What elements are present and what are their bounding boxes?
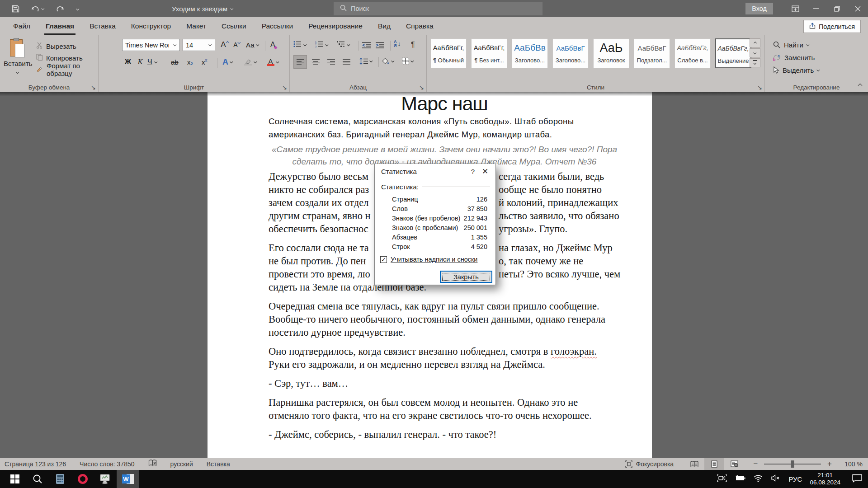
clear-formatting-button[interactable]: А ◆ bbox=[270, 39, 277, 51]
language-indicator[interactable]: русский bbox=[170, 460, 193, 468]
subscript-button[interactable]: x2 bbox=[187, 56, 193, 68]
find-button[interactable]: Найти bbox=[773, 39, 809, 50]
style-card-5[interactable]: АаБбВвГПодзагол... bbox=[634, 38, 670, 68]
system-monitor-app-button[interactable] bbox=[94, 470, 117, 488]
highlight-color-button[interactable] bbox=[244, 56, 257, 68]
tab-вид[interactable]: Вид bbox=[370, 17, 398, 35]
ribbon-display-options-button[interactable] bbox=[785, 0, 806, 17]
wifi-icon[interactable] bbox=[753, 474, 763, 484]
tab-конструктор[interactable]: Конструктор bbox=[123, 17, 179, 35]
tab-рецензирование[interactable]: Рецензирование bbox=[301, 17, 370, 35]
paragraph-dialog-launcher-icon[interactable]: ↘ bbox=[419, 84, 424, 90]
style-card-1[interactable]: АаБбВвГг,¶ Без инт... bbox=[471, 38, 507, 68]
bold-button[interactable]: Ж bbox=[123, 56, 133, 68]
shrink-font-button[interactable]: А bbox=[231, 39, 242, 51]
zoom-out-button[interactable]: − bbox=[751, 460, 760, 469]
select-button[interactable]: Выделить bbox=[773, 65, 820, 75]
meet-now-icon[interactable] bbox=[717, 474, 727, 484]
align-left-button[interactable] bbox=[293, 55, 307, 69]
style-card-7[interactable]: АаБбВвГг,Выделение bbox=[715, 38, 751, 68]
align-right-button[interactable] bbox=[324, 55, 338, 69]
share-button[interactable]: Поделиться bbox=[803, 20, 861, 33]
font-name-combobox[interactable]: Times New Rom bbox=[122, 39, 180, 51]
style-card-6[interactable]: АаБбВвГг,Слабое в... bbox=[675, 38, 711, 68]
multilevel-list-button[interactable] bbox=[337, 39, 350, 51]
borders-button[interactable] bbox=[402, 55, 414, 67]
font-dialog-launcher-icon[interactable]: ↘ bbox=[282, 84, 287, 90]
decrease-indent-button[interactable] bbox=[362, 39, 371, 51]
underline-button[interactable]: Ч bbox=[147, 56, 157, 68]
styles-dialog-launcher-icon[interactable]: ↘ bbox=[757, 84, 762, 90]
paste-button[interactable]: Вставить bbox=[4, 38, 32, 82]
cut-button[interactable]: Вырезать bbox=[36, 40, 76, 52]
customize-quick-access-icon[interactable] bbox=[76, 7, 80, 11]
tab-главная[interactable]: Главная bbox=[38, 17, 82, 35]
tab-макет[interactable]: Макет bbox=[179, 17, 214, 35]
change-case-button[interactable]: Аа bbox=[246, 39, 259, 51]
tab-ссылки[interactable]: Ссылки bbox=[214, 17, 254, 35]
style-card-4[interactable]: АаЬЗаголовок bbox=[593, 38, 629, 68]
font-size-combobox[interactable]: 14 bbox=[183, 39, 215, 51]
collapse-ribbon-button[interactable] bbox=[859, 81, 862, 89]
styles-scroll-down-button[interactable] bbox=[750, 48, 760, 57]
minimize-button[interactable] bbox=[806, 0, 826, 17]
align-center-button[interactable] bbox=[309, 55, 322, 69]
redo-icon[interactable] bbox=[56, 5, 64, 13]
taskbar-clock[interactable]: 21:01 06.08.2024 bbox=[810, 472, 840, 486]
style-card-3[interactable]: АаБбВвГЗаголово... bbox=[552, 38, 589, 68]
tab-вставка[interactable]: Вставка bbox=[82, 17, 123, 35]
tab-рассылки[interactable]: Рассылки bbox=[254, 17, 301, 35]
zoom-slider[interactable] bbox=[764, 464, 821, 465]
justify-button[interactable] bbox=[340, 55, 353, 69]
web-layout-button[interactable] bbox=[724, 458, 744, 470]
include-textboxes-checkbox[interactable]: ✓ Учитывать надписи и сноски bbox=[380, 256, 477, 263]
calculator-app-button[interactable] bbox=[49, 470, 71, 488]
style-card-2[interactable]: АаБбВвЗаголово... bbox=[512, 38, 548, 68]
tab-справка[interactable]: Справка bbox=[398, 17, 441, 35]
focus-mode-button[interactable]: Фокусировка bbox=[625, 460, 674, 468]
dialog-title-bar[interactable]: Статистика ? ✕ bbox=[375, 164, 495, 178]
restore-button[interactable] bbox=[826, 0, 847, 17]
document-title[interactable]: Уходим к звездам bbox=[172, 0, 233, 17]
shading-button[interactable] bbox=[382, 55, 394, 67]
volume-muted-icon[interactable] bbox=[771, 474, 781, 483]
page-indicator[interactable]: Страница 123 из 126 bbox=[5, 460, 66, 468]
styles-gallery-more-button[interactable] bbox=[750, 58, 760, 67]
text-effects-button[interactable]: А bbox=[222, 56, 233, 68]
replace-button[interactable]: bc Заменить bbox=[773, 52, 815, 63]
keyboard-language-indicator[interactable]: РУС bbox=[788, 475, 802, 483]
bullet-list-button[interactable] bbox=[293, 39, 307, 51]
dialog-close-button[interactable]: Закрыть bbox=[440, 271, 492, 283]
close-button[interactable] bbox=[847, 0, 868, 17]
strikethrough-button[interactable]: ab bbox=[171, 56, 179, 68]
style-card-0[interactable]: АаБбВвГг,¶ Обычный bbox=[430, 38, 467, 68]
numbered-list-button[interactable]: 123 bbox=[315, 39, 328, 51]
save-icon[interactable] bbox=[12, 5, 19, 13]
word-count[interactable]: Число слов: 37850 bbox=[80, 460, 134, 468]
clipboard-dialog-launcher-icon[interactable]: ↘ bbox=[91, 84, 96, 90]
battery-icon[interactable] bbox=[735, 475, 745, 483]
print-layout-button[interactable] bbox=[704, 458, 724, 470]
search-box[interactable]: Поиск bbox=[334, 2, 542, 15]
word-app-button[interactable]: W bbox=[117, 470, 139, 488]
dialog-help-button[interactable]: ? bbox=[471, 168, 475, 175]
proofing-errors-icon[interactable] bbox=[148, 460, 157, 468]
grow-font-button[interactable]: А bbox=[219, 39, 231, 51]
increase-indent-button[interactable] bbox=[376, 39, 384, 51]
line-spacing-button[interactable] bbox=[359, 55, 373, 67]
start-button[interactable] bbox=[4, 470, 26, 488]
format-painter-button[interactable]: Формат по образцу bbox=[36, 64, 98, 75]
font-color-button[interactable]: А bbox=[267, 56, 279, 68]
sort-button[interactable]: А Я ↓ bbox=[394, 38, 401, 50]
read-mode-button[interactable] bbox=[684, 458, 704, 470]
tab-файл[interactable]: Файл bbox=[5, 17, 38, 35]
italic-button[interactable]: К bbox=[136, 56, 145, 68]
opera-gx-app-button[interactable] bbox=[71, 470, 94, 488]
styles-scroll-up-button[interactable] bbox=[750, 38, 760, 47]
action-center-icon[interactable] bbox=[852, 474, 863, 484]
dialog-close-icon[interactable]: ✕ bbox=[475, 167, 495, 176]
undo-button[interactable] bbox=[31, 5, 44, 13]
taskbar-search-button[interactable] bbox=[26, 470, 49, 488]
sign-in-button[interactable]: Вход bbox=[745, 3, 773, 14]
insert-mode-indicator[interactable]: Вставка bbox=[207, 460, 230, 468]
